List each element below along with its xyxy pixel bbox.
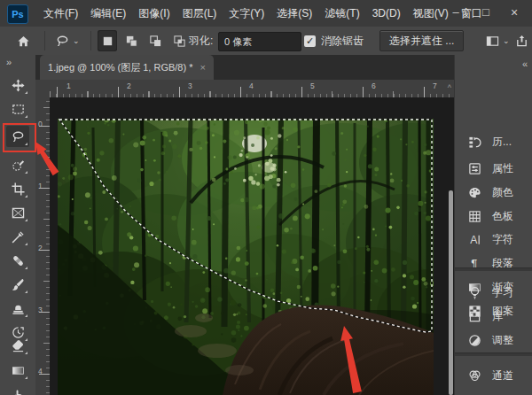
tool-clone-stamp[interactable]: [6, 298, 29, 319]
home-button[interactable]: [16, 27, 30, 55]
ruler-number: 3: [38, 306, 43, 314]
tool-frame[interactable]: [6, 202, 29, 223]
panel-tab-color[interactable]: 颜色: [455, 181, 532, 204]
workspace-icon: [485, 34, 499, 48]
panel-group-divider: [455, 267, 532, 271]
panel-tab-character[interactable]: A字符: [455, 228, 532, 251]
tool-eyedropper[interactable]: [6, 226, 29, 247]
panel-tab-properties[interactable]: 属性: [455, 157, 532, 180]
antialias-checkbox[interactable]: ✓: [304, 27, 316, 55]
tool-eraser[interactable]: [6, 335, 29, 356]
feather-input[interactable]: [218, 32, 301, 51]
menu-3d[interactable]: 3D(D): [366, 0, 407, 27]
menu-file[interactable]: 文件(F): [37, 0, 84, 27]
panel-tab-libraries[interactable]: 库: [455, 305, 532, 328]
panel-label: 颜色: [492, 185, 513, 200]
tutorial-highlight-box: [3, 123, 36, 152]
menu-edit[interactable]: 编辑(E): [84, 0, 132, 27]
panel-group-divider: [455, 352, 532, 356]
ruler-number: 4: [249, 81, 254, 90]
character-icon: A: [466, 231, 482, 247]
document-tab-title: 1.jpeg @ 100% (图层 1, RGB/8) *: [48, 61, 192, 74]
eraser-icon: [11, 338, 25, 352]
panel-tab-swatches[interactable]: 色板: [455, 205, 532, 228]
menu-layer[interactable]: 图层(L): [176, 0, 223, 27]
divider: [90, 31, 91, 50]
forest-photo[interactable]: [58, 119, 434, 395]
tool-marquee[interactable]: [6, 98, 29, 120]
tool-healing-brush[interactable]: [6, 250, 29, 271]
color-icon: [466, 184, 482, 200]
document-canvas[interactable]: [50, 97, 454, 395]
current-tool-preset[interactable]: ⌄: [55, 27, 80, 55]
ruler-number: 7: [433, 81, 437, 90]
frame-icon: [11, 205, 25, 220]
document-tab[interactable]: 1.jpeg @ 100% (图层 1, RGB/8) * ×: [40, 55, 214, 80]
tab-close-icon[interactable]: ×: [200, 62, 205, 73]
move-icon: [11, 78, 25, 92]
panel-tab-learn[interactable]: 学习: [455, 281, 532, 304]
panel-tab-adjustments[interactable]: 调整: [455, 329, 532, 352]
chevron-down-icon: ⌄: [503, 36, 510, 45]
tool-brush[interactable]: [6, 274, 29, 295]
toolbar-collapse-icon[interactable]: »: [6, 57, 11, 67]
tool-quick-selection[interactable]: [6, 154, 29, 175]
menu-image[interactable]: 图像(I): [132, 0, 176, 27]
new-selection-button[interactable]: [98, 30, 117, 51]
panel-label: 历...: [492, 135, 512, 150]
ruler-number: 4: [38, 367, 43, 376]
channels-icon: [466, 368, 482, 383]
clone-stamp-icon: [11, 301, 25, 315]
subtract-selection-button[interactable]: [145, 30, 165, 51]
ruler-corner: [35, 80, 51, 98]
panel-tab-channels[interactable]: 通道: [455, 364, 532, 387]
tool-move[interactable]: [6, 74, 29, 96]
ruler-number: 6: [372, 81, 376, 90]
quick-selection-icon: [11, 158, 25, 172]
close-button[interactable]: ×: [502, 0, 527, 27]
menu-filter[interactable]: 滤镜(T): [318, 0, 365, 27]
right-panel-dock: 历... 属性 颜色 色板 A字符 ¶段落 渐变 图案 学习 库 调整 通道: [454, 55, 532, 395]
subtract-selection-icon: [148, 34, 162, 48]
svg-text:A: A: [470, 233, 478, 245]
ruler-number: 1: [38, 182, 43, 190]
titlebar: Ps 文件(F) 编辑(E) 图像(I) 图层(L) 文字(Y) 选择(S) 滤…: [0, 0, 532, 27]
ruler-number: 2: [38, 244, 43, 252]
intersect-selection-button[interactable]: [169, 30, 189, 51]
history-icon: [466, 134, 482, 150]
panel-collapse-icon[interactable]: «: [522, 58, 527, 69]
tool-gradient[interactable]: [6, 360, 29, 381]
tool-crop[interactable]: [6, 178, 29, 199]
swatches-icon: [466, 208, 482, 224]
select-and-mask-button[interactable]: 选择并遮住 ...: [379, 30, 464, 51]
document-tab-bar: 1.jpeg @ 100% (图层 1, RGB/8) * ×: [35, 55, 454, 80]
panel-tab-history[interactable]: 历...: [455, 130, 532, 153]
workspace-switcher[interactable]: ⌄: [485, 27, 510, 55]
panel-tab-paragraph[interactable]: ¶段落: [455, 252, 532, 275]
adjustments-icon: [466, 332, 482, 348]
panel-label: 属性: [492, 161, 513, 176]
healing-brush-icon: [11, 253, 25, 267]
panel-label: 色板: [492, 209, 513, 224]
add-selection-button[interactable]: [121, 30, 141, 51]
crop-icon: [11, 182, 25, 196]
photoshop-window: Ps 文件(F) 编辑(E) 图像(I) 图层(L) 文字(Y) 选择(S) 滤…: [0, 0, 532, 395]
ruler-collapse-icon[interactable]: ^: [448, 83, 451, 92]
intersect-selection-icon: [172, 34, 186, 48]
libraries-icon: [466, 308, 482, 324]
horizontal-ruler: 1 2 3 4 5 6 7 ^: [50, 80, 454, 98]
tool-options-bar: ⌄ 羽化: ✓ 消除锯齿 选择并遮住 ... ⌄: [0, 27, 532, 56]
properties-icon: [466, 160, 482, 176]
maximize-button[interactable]: □: [473, 0, 498, 27]
minimize-button[interactable]: –: [443, 0, 468, 27]
home-icon: [16, 34, 30, 48]
vertical-scrollbar-thumb[interactable]: [449, 190, 453, 395]
tool-smudge[interactable]: [6, 383, 29, 395]
antialias-label[interactable]: 消除锯齿: [321, 34, 364, 49]
menu-type[interactable]: 文字(Y): [223, 0, 270, 27]
divider: [44, 31, 45, 50]
panel-label: 字符: [492, 232, 513, 247]
menu-select[interactable]: 选择(S): [270, 0, 318, 27]
ruler-number: 5: [310, 81, 315, 90]
share-button[interactable]: [514, 27, 528, 55]
